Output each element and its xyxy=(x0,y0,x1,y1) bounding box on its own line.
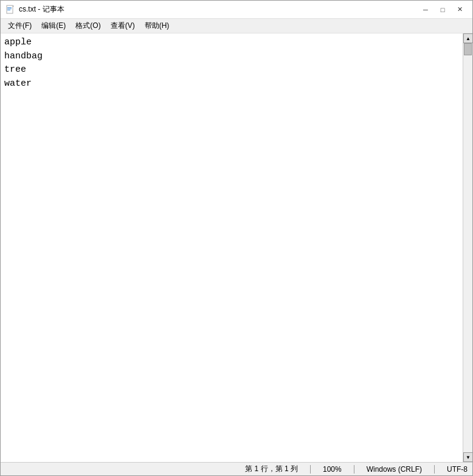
editor-area: apple handbag tree water ▲ ▼ xyxy=(1,33,472,462)
title-bar-left: cs.txt - 记事本 xyxy=(5,4,64,15)
menu-bar: 文件(F) 编辑(E) 格式(O) 查看(V) 帮助(H) xyxy=(1,19,472,33)
notepad-window: cs.txt - 记事本 ─ □ ✕ 文件(F) 编辑(E) 格式(O) 查看(… xyxy=(0,0,473,476)
scrollbar-thumb[interactable] xyxy=(464,43,472,55)
menu-format[interactable]: 格式(O) xyxy=(71,19,105,33)
title-bar: cs.txt - 记事本 ─ □ ✕ xyxy=(1,1,472,19)
encoding: UTF-8 xyxy=(447,465,468,474)
title-controls: ─ □ ✕ xyxy=(418,4,468,16)
scrollbar-down-button[interactable]: ▼ xyxy=(463,452,472,462)
minimize-button[interactable]: ─ xyxy=(418,4,433,16)
svg-rect-2 xyxy=(7,9,12,9)
status-divider-3 xyxy=(434,465,435,474)
scrollbar-track[interactable] xyxy=(463,43,472,452)
app-icon xyxy=(5,5,15,15)
status-divider-2 xyxy=(354,465,354,474)
close-button[interactable]: ✕ xyxy=(452,4,468,16)
maximize-button[interactable]: □ xyxy=(435,4,451,16)
line-ending: Windows (CRLF) xyxy=(367,465,422,474)
menu-help[interactable]: 帮助(H) xyxy=(140,19,174,33)
vertical-scrollbar[interactable]: ▲ ▼ xyxy=(463,33,472,462)
svg-rect-0 xyxy=(7,5,13,13)
scrollbar-up-button[interactable]: ▲ xyxy=(463,33,472,43)
svg-rect-1 xyxy=(7,7,12,8)
menu-view[interactable]: 查看(V) xyxy=(106,19,140,33)
status-divider-1 xyxy=(310,465,311,474)
menu-edit[interactable]: 编辑(E) xyxy=(36,19,71,33)
svg-rect-3 xyxy=(7,10,10,10)
menu-file[interactable]: 文件(F) xyxy=(3,19,36,33)
zoom-level: 100% xyxy=(323,465,342,474)
cursor-position: 第 1 行，第 1 列 xyxy=(245,464,298,474)
status-bar: 第 1 行，第 1 列 100% Windows (CRLF) UTF-8 xyxy=(1,462,472,475)
window-title: cs.txt - 记事本 xyxy=(19,4,64,15)
text-editor[interactable]: apple handbag tree water xyxy=(1,33,463,462)
